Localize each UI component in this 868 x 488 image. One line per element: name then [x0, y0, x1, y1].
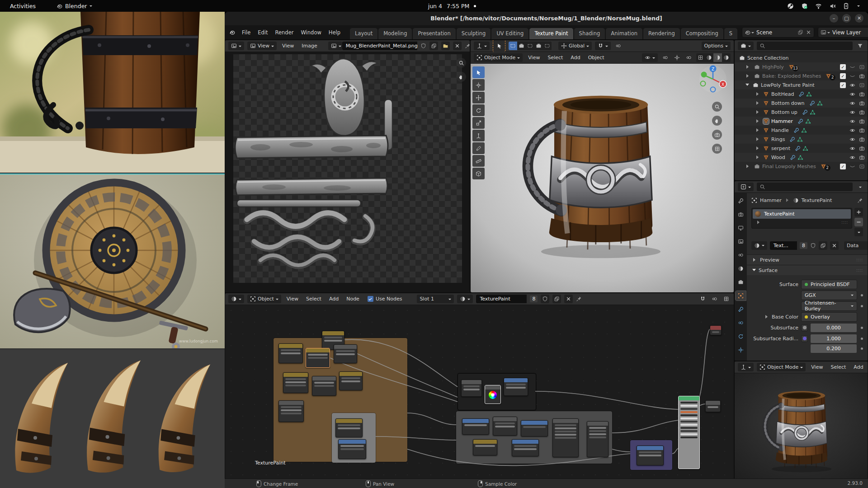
- camera-icon[interactable]: [859, 109, 865, 115]
- menu-add[interactable]: Add: [568, 54, 582, 61]
- app-menu[interactable]: Blender: [57, 3, 92, 9]
- shield-check-icon[interactable]: [801, 3, 808, 9]
- surface-shader-button[interactable]: Principled BSDF: [801, 280, 857, 289]
- editor-type-dropdown[interactable]: [738, 363, 754, 371]
- preview-panel-header[interactable]: Preview ::::: [747, 254, 868, 265]
- editor-type-dropdown[interactable]: [228, 42, 244, 50]
- modifiers-tab[interactable]: [736, 305, 746, 314]
- blender-logo-icon[interactable]: [229, 29, 235, 35]
- select-filter-icon[interactable]: [661, 53, 670, 62]
- shader-node[interactable]: [312, 376, 336, 396]
- outliner-row-highpoly[interactable]: HighPoly 13 ✓: [735, 62, 868, 71]
- collection-checkbox[interactable]: ✓: [840, 64, 846, 70]
- add-slot-button[interactable]: [854, 208, 863, 216]
- shader-node[interactable]: [504, 378, 528, 396]
- material-preview-button[interactable]: [713, 53, 722, 62]
- subsurface-radius-x[interactable]: 1.000: [810, 334, 857, 343]
- disable-render-icon[interactable]: [859, 64, 865, 70]
- outliner-row-lowpoly[interactable]: LowPoly Texture Paint ✓: [735, 80, 868, 89]
- shader-node[interactable]: [473, 439, 497, 455]
- shader-node[interactable]: [278, 400, 304, 422]
- fake-user-shield-icon[interactable]: [420, 43, 426, 49]
- close-button[interactable]: ✕: [855, 14, 863, 23]
- tab-shading[interactable]: Shading: [574, 28, 605, 39]
- surface-panel-header[interactable]: Surface ::::: [747, 265, 868, 275]
- menu-object[interactable]: Object: [586, 54, 607, 61]
- copy-material-button[interactable]: [552, 295, 561, 303]
- outliner-row-bottom-up[interactable]: Bottom up: [735, 108, 868, 117]
- menu-help[interactable]: Help: [326, 28, 344, 37]
- browse-material-dropdown[interactable]: [457, 295, 473, 303]
- shader-node[interactable]: [637, 446, 664, 465]
- select-extend-button[interactable]: [543, 42, 552, 50]
- scene-tab[interactable]: [736, 250, 746, 260]
- camera-icon[interactable]: [859, 155, 865, 160]
- pan-hand-icon[interactable]: [712, 116, 722, 126]
- mode-dropdown[interactable]: Object Mode: [474, 53, 523, 62]
- collection-checkbox[interactable]: ✓: [840, 164, 846, 169]
- camera-icon[interactable]: [859, 91, 865, 97]
- node-canvas[interactable]: TexturePaint: [225, 305, 734, 479]
- shader-node[interactable]: [462, 418, 489, 435]
- properties-search-input[interactable]: [757, 183, 853, 191]
- eye-icon[interactable]: [849, 127, 855, 133]
- shader-node[interactable]: [339, 371, 363, 390]
- move-tool[interactable]: [472, 92, 485, 103]
- outliner-row-scene-collection[interactable]: Scene Collection: [735, 53, 868, 62]
- menu-node[interactable]: Node: [344, 295, 362, 303]
- overlays-toggle-icon[interactable]: [684, 53, 693, 62]
- outliner-row-bottom-down[interactable]: Bottom down: [735, 99, 868, 108]
- battery-icon[interactable]: [843, 3, 850, 9]
- filter-icon[interactable]: [856, 42, 864, 50]
- menu-edit[interactable]: Edit: [255, 28, 271, 37]
- menu-add[interactable]: Add: [327, 295, 341, 303]
- annotate-tool[interactable]: [472, 142, 485, 154]
- slot-specials-button[interactable]: [854, 228, 863, 236]
- shader-node[interactable]: [283, 372, 308, 393]
- shader-node[interactable]: [493, 417, 517, 436]
- disable-render-icon[interactable]: [859, 164, 865, 169]
- expand-icon[interactable]: [765, 315, 769, 319]
- cursor-tool[interactable]: [472, 79, 485, 91]
- eye-icon[interactable]: [849, 91, 855, 97]
- distribution-dropdown[interactable]: GGX: [801, 291, 857, 300]
- menu-render[interactable]: Render: [272, 28, 297, 37]
- select-box-tool[interactable]: [472, 66, 485, 78]
- material-slot-selected[interactable]: TexturePaint: [753, 209, 851, 219]
- animate-dot[interactable]: [861, 347, 863, 350]
- resize-grip[interactable]: ::::: [841, 221, 848, 225]
- camera-view-icon[interactable]: [712, 130, 722, 140]
- subsurface-slider[interactable]: 0.000: [810, 323, 857, 333]
- overlays-icon[interactable]: [710, 295, 719, 303]
- chevron-down-icon[interactable]: [857, 5, 860, 8]
- rendered-shading-button[interactable]: [722, 53, 731, 62]
- close-icon[interactable]: [806, 29, 811, 35]
- select-circle-button[interactable]: [526, 42, 534, 50]
- eye-icon[interactable]: [849, 109, 855, 115]
- tab-layout[interactable]: Layout: [350, 28, 377, 39]
- view-layer-tab[interactable]: [736, 237, 746, 246]
- link-mode-dropdown[interactable]: Data: [844, 241, 868, 250]
- use-nodes-checkbox[interactable]: Use Nodes: [368, 296, 402, 302]
- outliner-row-bake[interactable]: Bake: Exploded Meshes 2 ✓: [735, 71, 868, 80]
- unlink-material-button[interactable]: [830, 241, 839, 250]
- camera-icon[interactable]: [859, 136, 865, 142]
- eye-icon[interactable]: [849, 100, 855, 106]
- subsurface-method-dropdown[interactable]: Christensen-Burley: [801, 301, 857, 311]
- camera-icon[interactable]: [859, 145, 865, 151]
- active-tool-button[interactable]: [493, 40, 505, 52]
- ortho-grid-icon[interactable]: [712, 144, 722, 154]
- shader-node[interactable]: [461, 380, 482, 397]
- shader-node[interactable]: [278, 343, 303, 363]
- tab-rendering[interactable]: Rendering: [643, 28, 680, 39]
- tab-scripting-cut[interactable]: S: [724, 28, 737, 39]
- tool-tab[interactable]: [736, 196, 746, 206]
- browse-material-dropdown[interactable]: [751, 241, 767, 250]
- pan-hand-icon[interactable]: [456, 72, 466, 82]
- tab-modeling[interactable]: Modeling: [378, 28, 412, 39]
- outliner-row-wood[interactable]: Wood: [735, 153, 868, 162]
- eye-icon[interactable]: [849, 155, 855, 160]
- menu-add[interactable]: Add: [851, 363, 865, 371]
- shader-node[interactable]: [512, 439, 539, 456]
- select-box-button[interactable]: [517, 42, 526, 50]
